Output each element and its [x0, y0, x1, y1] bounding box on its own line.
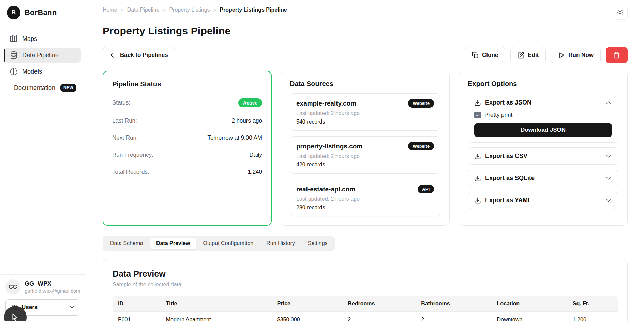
- edit-button[interactable]: Edit: [510, 47, 546, 63]
- chevron-down-icon: [605, 153, 612, 160]
- overview-cards: Pipeline Status Status: Active Last Run:…: [103, 71, 628, 226]
- brand-logo-icon: B: [7, 6, 20, 19]
- download-icon: [474, 99, 481, 106]
- sidebar-item-data-pipeline[interactable]: Data Pipeline: [5, 48, 81, 63]
- pipeline-actions: Clone Edit Run Now: [465, 47, 628, 63]
- table-header-row: ID Title Price Bedrooms Bathrooms Locati…: [113, 296, 618, 312]
- export-options-title: Export Options: [468, 80, 618, 88]
- run-now-button[interactable]: Run Now: [551, 47, 601, 63]
- breadcrumb-home[interactable]: Home: [103, 7, 117, 13]
- data-sources-card: Data Sources example-realty.com Website …: [281, 71, 450, 226]
- column-header-bedrooms: Bedrooms: [342, 296, 416, 312]
- user-email: garfield.wpx@gmail.com: [25, 288, 80, 294]
- arrow-left-icon: [110, 52, 117, 59]
- breadcrumb-data-pipeline[interactable]: Data Pipeline: [127, 7, 159, 13]
- clone-button[interactable]: Clone: [465, 47, 505, 63]
- column-header-location: Location: [491, 296, 567, 312]
- breadcrumb-separator: >: [213, 7, 216, 13]
- run-now-button-label: Run Now: [568, 52, 594, 59]
- brand[interactable]: B BorBann: [0, 0, 86, 25]
- edit-button-label: Edit: [528, 52, 539, 59]
- theme-toggle-button[interactable]: [613, 5, 628, 20]
- last-run-row: Last Run: 2 hours ago: [112, 117, 262, 124]
- database-icon: [10, 51, 18, 59]
- source-type-badge: API: [418, 185, 434, 193]
- breadcrumb: Home > Data Pipeline > Property Listings…: [103, 5, 287, 13]
- data-sources-title: Data Sources: [290, 80, 440, 88]
- main-content: Home > Data Pipeline > Property Listings…: [86, 0, 644, 321]
- breadcrumb-separator: >: [163, 7, 166, 13]
- run-frequency-row: Run Frequency: Daily: [112, 151, 262, 158]
- brain-icon: [10, 67, 18, 76]
- sidebar-item-models[interactable]: Models: [5, 64, 81, 79]
- last-run-label: Last Run:: [112, 117, 137, 124]
- cell-price: $350,000: [272, 312, 342, 321]
- source-updated: Last updated: 2 hours ago: [296, 196, 434, 202]
- sidebar-item-label: Models: [22, 68, 42, 75]
- cell-title: Modern Apartment: [161, 312, 272, 321]
- breadcrumb-current: Property Listings Pipeline: [220, 7, 287, 13]
- download-icon: [474, 175, 481, 182]
- delete-button[interactable]: [606, 47, 628, 63]
- edit-pencil-icon: [518, 52, 524, 59]
- data-preview-panel: Data Preview Sample of the collected dat…: [103, 259, 628, 321]
- user-name: GG_WPX: [25, 280, 80, 287]
- next-run-label: Next Run:: [112, 134, 138, 141]
- export-json-toggle[interactable]: Export as JSON: [468, 94, 618, 111]
- export-csv-toggle[interactable]: Export as CSV: [468, 148, 618, 164]
- download-icon: [474, 197, 481, 204]
- tab-data-preview[interactable]: Data Preview: [150, 238, 196, 249]
- cell-sqft: 1,200: [567, 312, 618, 321]
- clone-button-label: Clone: [482, 52, 498, 59]
- source-item[interactable]: example-realty.com Website Last updated:…: [290, 93, 440, 131]
- run-frequency-label: Run Frequency:: [112, 151, 153, 158]
- brand-name: BorBann: [25, 8, 57, 17]
- tab-run-history[interactable]: Run History: [260, 238, 301, 249]
- breadcrumb-property-listings[interactable]: Property Listings: [169, 7, 210, 13]
- checkbox-checked-icon[interactable]: ✓: [474, 112, 481, 118]
- source-updated: Last updated: 2 hours ago: [296, 110, 434, 116]
- column-header-id: ID: [113, 296, 161, 312]
- tab-data-schema[interactable]: Data Schema: [104, 238, 149, 249]
- new-badge: NEW: [60, 84, 76, 92]
- back-button-label: Back to Pipelines: [120, 52, 168, 59]
- back-to-pipelines-button[interactable]: Back to Pipelines: [103, 47, 175, 63]
- export-yaml-accordion: Export as YAML: [468, 192, 618, 209]
- breadcrumb-separator: >: [121, 7, 124, 13]
- chevron-down-icon: [605, 175, 612, 182]
- source-name: real-estate-api.com: [296, 186, 355, 193]
- map-icon: [10, 35, 18, 43]
- export-csv-accordion: Export as CSV: [468, 147, 618, 165]
- export-sqlite-toggle[interactable]: Export as SQLite: [468, 170, 618, 187]
- users-dropdown[interactable]: Users: [5, 299, 80, 316]
- source-records: 420 records: [296, 162, 434, 168]
- play-icon: [558, 52, 565, 59]
- chevron-up-icon: [605, 99, 612, 106]
- sidebar-item-maps[interactable]: Maps: [5, 31, 81, 46]
- download-json-button[interactable]: Download JSON: [474, 123, 612, 137]
- status-badge: Active: [238, 98, 262, 107]
- status-row: Status: Active: [112, 98, 262, 107]
- cell-id: P001: [113, 312, 161, 321]
- total-records-label: Total Records:: [112, 168, 149, 175]
- download-icon: [474, 153, 481, 160]
- preview-table: ID Title Price Bedrooms Bathrooms Locati…: [113, 296, 618, 321]
- export-yaml-toggle[interactable]: Export as YAML: [468, 192, 618, 209]
- export-sqlite-label: Export as SQLite: [485, 175, 601, 182]
- pretty-print-label: Pretty print: [484, 112, 512, 118]
- cell-bedrooms: 2: [342, 312, 416, 321]
- sidebar: B BorBann Maps Data Pipeline Models: [0, 0, 86, 321]
- pipeline-status-card: Pipeline Status Status: Active Last Run:…: [103, 71, 272, 226]
- tab-settings[interactable]: Settings: [302, 238, 333, 249]
- source-records: 280 records: [296, 205, 434, 211]
- source-item[interactable]: real-estate-api.com API Last updated: 2 …: [290, 179, 440, 216]
- source-updated: Last updated: 2 hours ago: [296, 153, 434, 159]
- total-records-row: Total Records: 1,240: [112, 168, 262, 175]
- pretty-print-checkbox-row[interactable]: ✓ Pretty print: [474, 112, 612, 118]
- tab-output-configuration[interactable]: Output Configuration: [197, 238, 259, 249]
- export-options-card: Export Options Export as JSON ✓: [459, 71, 628, 226]
- sidebar-item-documentation[interactable]: Documentation NEW: [5, 80, 81, 95]
- app-window: B BorBann Maps Data Pipeline Models: [0, 0, 644, 321]
- source-item[interactable]: property-listings.com Website Last updat…: [290, 136, 440, 174]
- topbar: Home > Data Pipeline > Property Listings…: [103, 5, 628, 20]
